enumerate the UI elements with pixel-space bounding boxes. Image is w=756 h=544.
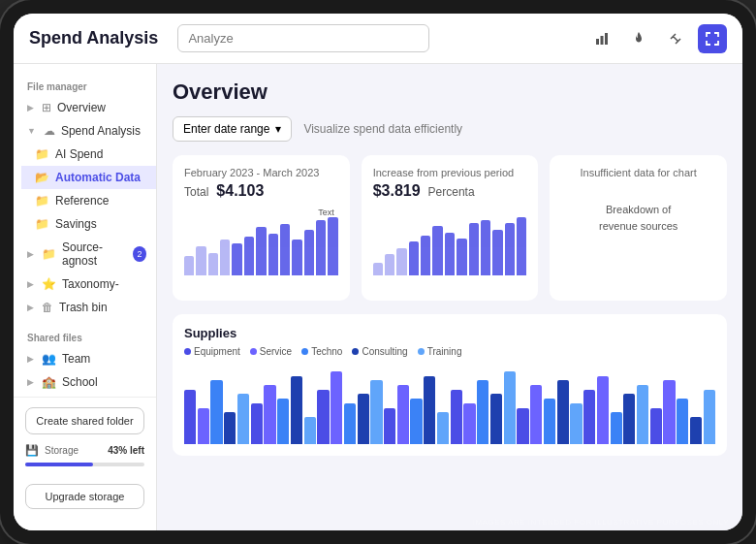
- sidebar-item-reference[interactable]: 📁 Reference: [21, 189, 156, 212]
- sidebar-label-taxonomy: Taxonomy-: [62, 277, 119, 291]
- sidebar-label-ai-spend: AI Spend: [55, 147, 103, 161]
- sidebar-item-school[interactable]: ▶ 🏫 School: [14, 370, 156, 394]
- supplies-bar: [317, 390, 329, 444]
- sidebar-item-savings[interactable]: 📁 Savings: [21, 212, 156, 236]
- flame-icon-btn[interactable]: [624, 24, 653, 53]
- content-area: Overview Enter date range ▾ Visualize sp…: [157, 64, 742, 530]
- expand-icon-btn[interactable]: [698, 24, 727, 53]
- source-badge: 2: [133, 246, 146, 262]
- sidebar-sub-spend: 📁 AI Spend 📂 Automatic Data 📁 Reference …: [14, 143, 156, 236]
- sidebar-item-taxonomy[interactable]: ▶ ⭐ Taxonomy-: [14, 272, 156, 296]
- screen: Spend Analysis: [14, 14, 742, 530]
- storage-row: 💾 Storage 43% left: [25, 444, 144, 457]
- svg-rect-1: [601, 36, 604, 45]
- sidebar-item-spend-analysis[interactable]: ▼ ☁ Spend Analysis: [14, 119, 156, 143]
- bar: [184, 256, 194, 275]
- bar: [457, 239, 466, 275]
- top-icons: [587, 24, 727, 53]
- legend-dot: [184, 348, 191, 355]
- page-title: Overview: [173, 80, 727, 105]
- supplies-bar: [463, 403, 475, 444]
- chart-icon-btn[interactable]: [587, 24, 616, 53]
- card2-value-row: $3.819 Percenta: [373, 182, 527, 200]
- bar: [432, 226, 442, 275]
- folder-icon-savings: 📁: [35, 217, 49, 231]
- bar: [373, 263, 383, 275]
- card-increase: Increase from previous period $3.819 Per…: [362, 155, 539, 301]
- upgrade-storage-button[interactable]: Upgrade storage: [25, 484, 144, 509]
- storage-label: Storage: [45, 445, 79, 456]
- legend-label: Consulting: [362, 346, 407, 357]
- flame-icon: [633, 32, 645, 46]
- supplies-bar: [677, 399, 688, 444]
- bar: [208, 253, 218, 275]
- card3-center-text: Breakdown of revenue sources: [599, 202, 677, 234]
- card3-line1: Breakdown of: [606, 204, 671, 215]
- sidebar-item-source-agnost[interactable]: ▶ 📁 Source-agnost 2: [14, 236, 156, 272]
- bar: [445, 233, 455, 275]
- search-input[interactable]: [177, 24, 429, 52]
- sidebar-label-trash: Trash bin: [59, 301, 108, 314]
- supplies-bar: [198, 408, 209, 445]
- card-insufficient: Insufficient data for chart Breakdown of…: [550, 155, 727, 301]
- tool-icon-btn[interactable]: [661, 24, 690, 53]
- sidebar-item-trash[interactable]: ▶ 🗑 Trash bin: [14, 296, 156, 319]
- storage-icon: 💾: [25, 444, 39, 457]
- card1-subtitle: Total: [184, 185, 208, 199]
- device-frame: Spend Analysis: [0, 0, 756, 544]
- legend-label: Service: [260, 346, 292, 357]
- expand-arrow-overview: ▶: [27, 103, 34, 112]
- supplies-bar: [370, 380, 382, 444]
- sidebar-bottom: Create shared folder 💾 Storage 43% left …: [14, 397, 156, 519]
- create-shared-folder-button[interactable]: Create shared folder: [25, 407, 144, 434]
- legend-dot: [418, 348, 425, 355]
- bar: [396, 248, 406, 275]
- bar: [232, 243, 241, 275]
- filter-row: Enter date range ▾ Visualize spend data …: [173, 116, 727, 142]
- card2-value: $3.819: [373, 182, 421, 200]
- bar-label-text: Text: [318, 208, 334, 217]
- watermark: IMAGES ARE INTENDED FOR ILLUSTRATIVE PUR…: [473, 518, 729, 527]
- legend-dot: [301, 348, 308, 355]
- supplies-bar: [237, 394, 249, 444]
- supplies-bar: [650, 408, 662, 445]
- sidebar-item-overview[interactable]: ▶ ⊞ Overview: [14, 96, 156, 119]
- search-bar[interactable]: [177, 24, 429, 52]
- card3-line2: revenue sources: [599, 220, 677, 232]
- supplies-card: Supplies EquipmentServiceTechnoConsultin…: [173, 314, 727, 456]
- sidebar-item-automatic-data[interactable]: 📂 Automatic Data: [21, 166, 156, 189]
- supplies-bar: [517, 408, 528, 445]
- supplies-bar: [344, 403, 356, 444]
- svg-rect-2: [605, 33, 608, 45]
- expand-arrow-source: ▶: [27, 249, 34, 259]
- main-area: File manager ▶ ⊞ Overview ▼ ☁ Spend Anal…: [14, 64, 742, 530]
- bar: [469, 223, 479, 275]
- card1-value: $4.103: [216, 182, 264, 200]
- sidebar-item-team[interactable]: ▶ 👥 Team: [14, 347, 156, 370]
- cloud-icon: ☁: [44, 124, 55, 138]
- sidebar-item-ai-spend[interactable]: 📁 AI Spend: [21, 143, 156, 166]
- legend-item: Training: [418, 346, 462, 357]
- bar: [492, 230, 502, 275]
- storage-bar-background: [25, 463, 144, 466]
- supplies-bar: [358, 394, 369, 444]
- bar: [268, 234, 278, 275]
- supplies-bar: [451, 390, 462, 444]
- users-folder-icon: 👥: [42, 352, 56, 366]
- trash-icon: 🗑: [42, 301, 53, 314]
- supplies-title: Supplies: [184, 326, 715, 340]
- supplies-bar: [490, 394, 502, 444]
- supplies-bar: [384, 408, 395, 445]
- card1-chart: Text: [184, 208, 338, 275]
- folder-icon-ref: 📁: [35, 194, 49, 208]
- bar: [505, 223, 515, 275]
- sidebar-label-savings: Savings: [55, 217, 97, 231]
- supplies-bar: [291, 376, 302, 444]
- supplies-legend: EquipmentServiceTechnoConsultingTraining: [184, 346, 715, 357]
- supplies-bar: [251, 403, 263, 444]
- date-range-button[interactable]: Enter date range ▾: [173, 116, 292, 142]
- date-range-label: Enter date range: [183, 122, 269, 136]
- bar: [280, 224, 290, 275]
- bar: [292, 240, 301, 275]
- supplies-bar: [690, 417, 702, 444]
